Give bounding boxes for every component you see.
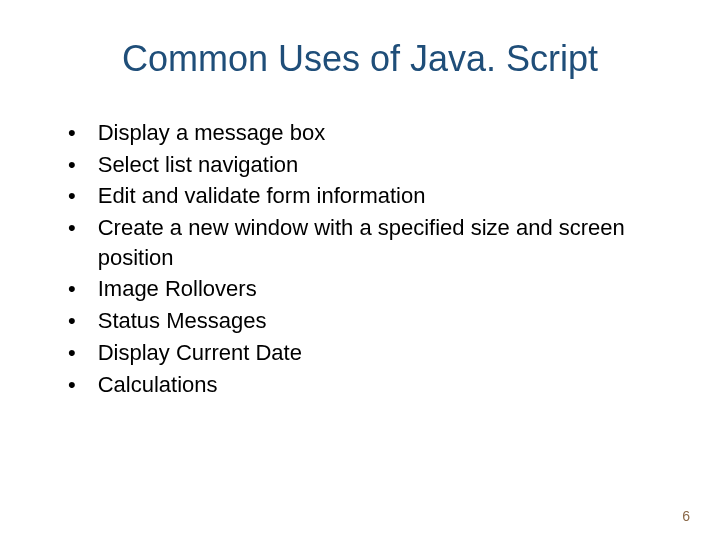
slide-container: Common Uses of Java. Script • Display a …: [0, 0, 720, 540]
bullet-icon: •: [68, 118, 76, 148]
bullet-list: • Display a message box • Select list na…: [50, 118, 670, 399]
list-item: • Status Messages: [68, 306, 670, 336]
bullet-icon: •: [68, 306, 76, 336]
list-item: • Create a new window with a specified s…: [68, 213, 670, 272]
slide-title: Common Uses of Java. Script: [50, 38, 670, 80]
list-item: • Edit and validate form information: [68, 181, 670, 211]
bullet-icon: •: [68, 181, 76, 211]
bullet-text: Display Current Date: [98, 338, 302, 368]
bullet-text: Select list navigation: [98, 150, 299, 180]
bullet-icon: •: [68, 213, 76, 243]
list-item: • Display Current Date: [68, 338, 670, 368]
bullet-text: Create a new window with a specified siz…: [98, 213, 670, 272]
bullet-text: Edit and validate form information: [98, 181, 426, 211]
list-item: • Select list navigation: [68, 150, 670, 180]
bullet-icon: •: [68, 274, 76, 304]
list-item: • Calculations: [68, 370, 670, 400]
bullet-text: Status Messages: [98, 306, 267, 336]
bullet-icon: •: [68, 370, 76, 400]
bullet-icon: •: [68, 338, 76, 368]
bullet-text: Image Rollovers: [98, 274, 257, 304]
bullet-text: Calculations: [98, 370, 218, 400]
bullet-text: Display a message box: [98, 118, 325, 148]
page-number: 6: [682, 508, 690, 524]
list-item: • Display a message box: [68, 118, 670, 148]
list-item: • Image Rollovers: [68, 274, 670, 304]
bullet-icon: •: [68, 150, 76, 180]
